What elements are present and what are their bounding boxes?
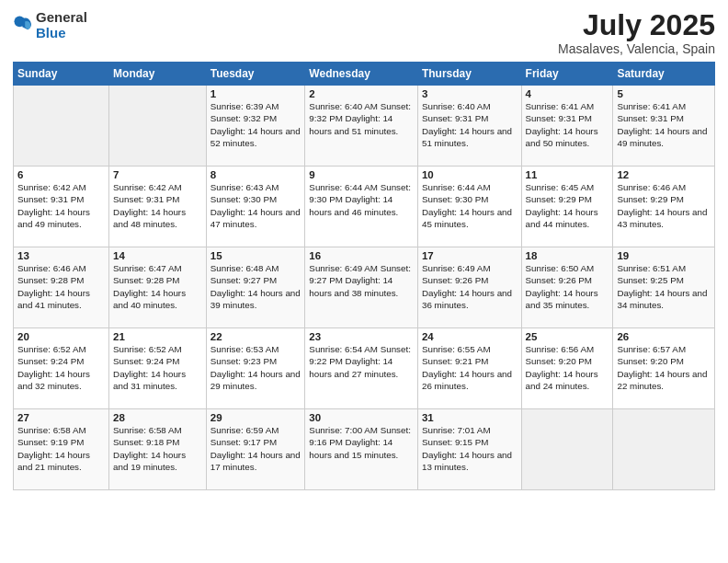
day-number: 23	[309, 331, 414, 342]
day-info: Sunrise: 6:49 AM Sunset: 9:27 PM Dayligh…	[309, 262, 414, 299]
calendar-cell: 18Sunrise: 6:50 AM Sunset: 9:26 PM Dayli…	[521, 247, 613, 328]
day-number: 25	[526, 331, 609, 342]
day-number: 20	[17, 331, 105, 342]
calendar-cell	[521, 409, 613, 490]
calendar-cell: 12Sunrise: 6:46 AM Sunset: 9:29 PM Dayli…	[613, 167, 715, 247]
day-info: Sunrise: 6:42 AM Sunset: 9:31 PM Dayligh…	[113, 181, 202, 230]
col-header-saturday: Saturday	[613, 63, 715, 86]
calendar-cell: 21Sunrise: 6:52 AM Sunset: 9:24 PM Dayli…	[109, 328, 207, 409]
calendar-cell: 8Sunrise: 6:43 AM Sunset: 9:30 PM Daylig…	[206, 167, 305, 247]
day-number: 8	[210, 169, 301, 180]
day-number: 26	[617, 331, 711, 342]
day-info: Sunrise: 6:56 AM Sunset: 9:20 PM Dayligh…	[526, 343, 609, 392]
calendar-cell: 10Sunrise: 6:44 AM Sunset: 9:30 PM Dayli…	[417, 167, 521, 247]
header-row: SundayMondayTuesdayWednesdayThursdayFrid…	[14, 63, 715, 86]
day-number: 11	[526, 169, 609, 180]
day-number: 29	[210, 412, 301, 423]
day-number: 28	[113, 412, 202, 423]
day-number: 10	[422, 169, 518, 180]
day-number: 1	[210, 88, 301, 99]
day-info: Sunrise: 6:58 AM Sunset: 9:18 PM Dayligh…	[113, 424, 202, 473]
day-info: Sunrise: 6:39 AM Sunset: 9:32 PM Dayligh…	[210, 100, 301, 149]
day-info: Sunrise: 6:42 AM Sunset: 9:31 PM Dayligh…	[17, 181, 105, 230]
day-info: Sunrise: 6:51 AM Sunset: 9:25 PM Dayligh…	[617, 262, 711, 311]
day-info: Sunrise: 6:59 AM Sunset: 9:17 PM Dayligh…	[210, 424, 301, 473]
day-info: Sunrise: 6:52 AM Sunset: 9:24 PM Dayligh…	[113, 343, 202, 392]
col-header-wednesday: Wednesday	[305, 63, 418, 86]
calendar-cell: 7Sunrise: 6:42 AM Sunset: 9:31 PM Daylig…	[109, 167, 207, 247]
day-number: 16	[309, 250, 414, 261]
day-info: Sunrise: 6:55 AM Sunset: 9:21 PM Dayligh…	[422, 343, 518, 392]
day-info: Sunrise: 6:57 AM Sunset: 9:20 PM Dayligh…	[617, 343, 711, 392]
day-number: 2	[309, 88, 414, 99]
calendar-cell	[14, 86, 109, 167]
col-header-friday: Friday	[521, 63, 613, 86]
calendar-cell: 6Sunrise: 6:42 AM Sunset: 9:31 PM Daylig…	[14, 167, 109, 247]
day-info: Sunrise: 6:48 AM Sunset: 9:27 PM Dayligh…	[210, 262, 301, 311]
day-info: Sunrise: 6:46 AM Sunset: 9:29 PM Dayligh…	[617, 181, 711, 230]
day-number: 30	[309, 412, 414, 423]
day-number: 15	[210, 250, 301, 261]
calendar-cell	[109, 86, 207, 167]
day-info: Sunrise: 6:41 AM Sunset: 9:31 PM Dayligh…	[617, 100, 711, 149]
day-number: 9	[309, 169, 414, 180]
day-info: Sunrise: 6:40 AM Sunset: 9:31 PM Dayligh…	[422, 100, 518, 149]
header: General Blue July 2025 Masalaves, Valenc…	[13, 9, 715, 56]
day-number: 4	[526, 88, 609, 99]
subtitle: Masalaves, Valencia, Spain	[558, 41, 715, 56]
day-number: 13	[17, 250, 105, 261]
day-info: Sunrise: 7:00 AM Sunset: 9:16 PM Dayligh…	[309, 424, 414, 461]
calendar-table: SundayMondayTuesdayWednesdayThursdayFrid…	[13, 62, 715, 490]
calendar-cell: 11Sunrise: 6:45 AM Sunset: 9:29 PM Dayli…	[521, 167, 613, 247]
calendar-cell: 27Sunrise: 6:58 AM Sunset: 9:19 PM Dayli…	[14, 409, 109, 490]
day-info: Sunrise: 6:44 AM Sunset: 9:30 PM Dayligh…	[309, 181, 414, 218]
calendar-cell	[613, 409, 715, 490]
day-number: 18	[526, 250, 609, 261]
calendar-cell: 16Sunrise: 6:49 AM Sunset: 9:27 PM Dayli…	[305, 247, 418, 328]
calendar-cell: 25Sunrise: 6:56 AM Sunset: 9:20 PM Dayli…	[521, 328, 613, 409]
calendar-cell: 26Sunrise: 6:57 AM Sunset: 9:20 PM Dayli…	[613, 328, 715, 409]
calendar-cell: 29Sunrise: 6:59 AM Sunset: 9:17 PM Dayli…	[206, 409, 305, 490]
day-info: Sunrise: 6:45 AM Sunset: 9:29 PM Dayligh…	[526, 181, 609, 230]
day-info: Sunrise: 6:53 AM Sunset: 9:23 PM Dayligh…	[210, 343, 301, 392]
calendar-cell: 15Sunrise: 6:48 AM Sunset: 9:27 PM Dayli…	[206, 247, 305, 328]
logo: General Blue	[13, 9, 87, 41]
day-number: 3	[422, 88, 518, 99]
day-info: Sunrise: 7:01 AM Sunset: 9:15 PM Dayligh…	[422, 424, 518, 473]
calendar-cell: 9Sunrise: 6:44 AM Sunset: 9:30 PM Daylig…	[305, 167, 418, 247]
calendar-row-3: 20Sunrise: 6:52 AM Sunset: 9:24 PM Dayli…	[14, 328, 715, 409]
day-info: Sunrise: 6:41 AM Sunset: 9:31 PM Dayligh…	[526, 100, 609, 149]
calendar-cell: 17Sunrise: 6:49 AM Sunset: 9:26 PM Dayli…	[417, 247, 521, 328]
day-number: 7	[113, 169, 202, 180]
day-number: 22	[210, 331, 301, 342]
page: General Blue July 2025 Masalaves, Valenc…	[0, 0, 728, 563]
calendar-cell: 13Sunrise: 6:46 AM Sunset: 9:28 PM Dayli…	[14, 247, 109, 328]
day-number: 31	[422, 412, 518, 423]
day-info: Sunrise: 6:43 AM Sunset: 9:30 PM Dayligh…	[210, 181, 301, 230]
calendar-cell: 4Sunrise: 6:41 AM Sunset: 9:31 PM Daylig…	[521, 86, 613, 167]
calendar-cell: 1Sunrise: 6:39 AM Sunset: 9:32 PM Daylig…	[206, 86, 305, 167]
logo-icon	[13, 15, 33, 35]
col-header-tuesday: Tuesday	[206, 63, 305, 86]
calendar-row-0: 1Sunrise: 6:39 AM Sunset: 9:32 PM Daylig…	[14, 86, 715, 167]
day-number: 21	[113, 331, 202, 342]
calendar-cell: 5Sunrise: 6:41 AM Sunset: 9:31 PM Daylig…	[613, 86, 715, 167]
day-info: Sunrise: 6:58 AM Sunset: 9:19 PM Dayligh…	[17, 424, 105, 473]
day-info: Sunrise: 6:44 AM Sunset: 9:30 PM Dayligh…	[422, 181, 518, 230]
calendar-cell: 20Sunrise: 6:52 AM Sunset: 9:24 PM Dayli…	[14, 328, 109, 409]
day-number: 12	[617, 169, 711, 180]
calendar-cell: 23Sunrise: 6:54 AM Sunset: 9:22 PM Dayli…	[305, 328, 418, 409]
day-info: Sunrise: 6:52 AM Sunset: 9:24 PM Dayligh…	[17, 343, 105, 392]
day-number: 6	[17, 169, 105, 180]
calendar-row-4: 27Sunrise: 6:58 AM Sunset: 9:19 PM Dayli…	[14, 409, 715, 490]
day-info: Sunrise: 6:40 AM Sunset: 9:32 PM Dayligh…	[309, 100, 414, 137]
day-info: Sunrise: 6:47 AM Sunset: 9:28 PM Dayligh…	[113, 262, 202, 311]
day-number: 5	[617, 88, 711, 99]
calendar-cell: 31Sunrise: 7:01 AM Sunset: 9:15 PM Dayli…	[417, 409, 521, 490]
day-number: 17	[422, 250, 518, 261]
day-info: Sunrise: 6:50 AM Sunset: 9:26 PM Dayligh…	[526, 262, 609, 311]
calendar-cell: 14Sunrise: 6:47 AM Sunset: 9:28 PM Dayli…	[109, 247, 207, 328]
day-number: 27	[17, 412, 105, 423]
title-block: July 2025 Masalaves, Valencia, Spain	[558, 9, 715, 56]
calendar-cell: 22Sunrise: 6:53 AM Sunset: 9:23 PM Dayli…	[206, 328, 305, 409]
